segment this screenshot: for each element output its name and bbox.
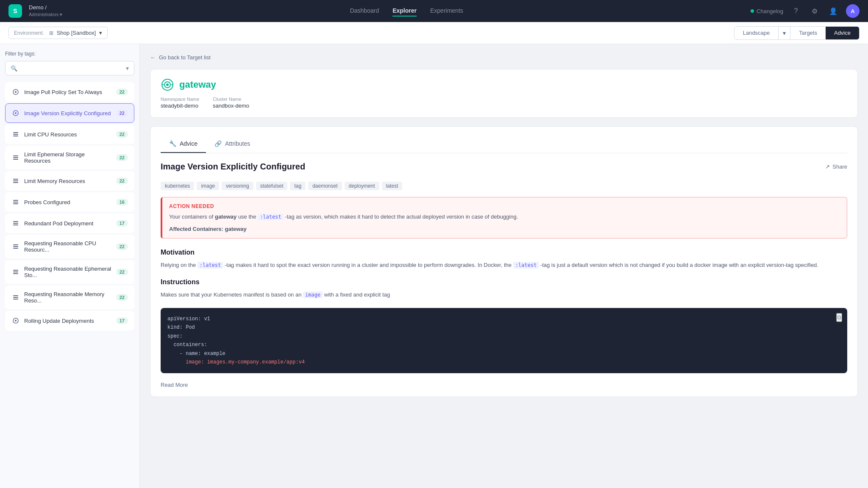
svg-rect-18	[13, 225, 18, 225]
svg-rect-17	[13, 223, 18, 224]
motivation-text: Relying on the :latest -tag makes it har…	[161, 261, 847, 270]
user-icon[interactable]: 👤	[827, 5, 839, 17]
tab-attributes[interactable]: 🔗 Attributes	[206, 135, 259, 153]
svg-rect-11	[13, 180, 18, 181]
tag-daemonset: daemonset	[308, 182, 342, 190]
sidebar-item-req-cpu[interactable]: Requesting Reasonable CPU Resourc... 22	[5, 235, 134, 258]
nav-experiments[interactable]: Experiments	[430, 6, 463, 17]
sidebar-item-limit-memory[interactable]: Limit Memory Resources 22	[5, 171, 134, 191]
help-icon[interactable]: ?	[790, 5, 802, 17]
sidebar-icon-6	[11, 219, 20, 227]
sidebar-item-redundant-pod[interactable]: Redundant Pod Deployment 17	[5, 214, 134, 233]
sidebar-item-req-memory[interactable]: Requesting Reasonable Memory Reso... 22	[5, 286, 134, 309]
svg-rect-14	[13, 202, 18, 202]
sidebar-label-0: Image Pull Policy Set To Always	[24, 89, 112, 95]
sidebar-badge-2: 22	[116, 131, 128, 138]
tab-advice[interactable]: Advice	[826, 27, 859, 39]
svg-rect-4	[13, 132, 18, 133]
sidebar-label-1: Image Version Explicitly Configured	[24, 110, 112, 116]
search-box[interactable]: 🔍 ▾	[5, 61, 134, 75]
sidebar-item-req-ephemeral[interactable]: Requesting Reasonable Ephemeral Sto... 2…	[5, 260, 134, 284]
svg-rect-12	[13, 182, 18, 183]
tab-targets[interactable]: Targets	[790, 27, 826, 39]
sidebar-badge-9: 22	[116, 294, 128, 301]
namespace-value: steadybit-demo	[161, 103, 199, 109]
motivation-code-2: :latest	[513, 262, 539, 269]
main-layout: Filter by tags: 🔍 ▾ Image Pull Policy Se…	[0, 44, 868, 488]
content-tabs: 🔧 Advice 🔗 Attributes	[161, 135, 847, 153]
target-card: gateway Namespace Name steadybit-demo Cl…	[150, 69, 858, 118]
svg-point-29	[15, 320, 17, 322]
action-target: gateway	[215, 214, 236, 220]
changelog-button[interactable]: Changelog	[751, 8, 783, 14]
sidebar-badge-10: 17	[116, 317, 128, 324]
advice-tab-icon: 🔧	[169, 140, 176, 147]
svg-rect-8	[13, 157, 18, 158]
target-icon	[161, 78, 174, 92]
back-to-target-list[interactable]: ← Go back to Target list	[150, 54, 858, 61]
nav-explorer[interactable]: Explorer	[392, 6, 417, 17]
sidebar-icon-10	[11, 316, 20, 325]
sidebar-item-image-pull-policy[interactable]: Image Pull Policy Set To Always 22	[5, 82, 134, 102]
content-panel: 🔧 Advice 🔗 Attributes Image Version Expl…	[150, 126, 858, 397]
nav-dashboard[interactable]: Dashboard	[350, 6, 379, 17]
namespace-meta: Namespace Name steadybit-demo	[161, 97, 199, 109]
target-header: gateway	[161, 78, 847, 92]
demo-label: Demo /	[29, 4, 62, 11]
copy-code-button[interactable]: ⧉	[836, 313, 842, 322]
tab-advice[interactable]: 🔧 Advice	[161, 135, 206, 153]
svg-rect-22	[13, 270, 18, 271]
sidebar-label-2: Limit CPU Resources	[24, 131, 112, 138]
target-name: gateway	[179, 79, 216, 90]
share-button[interactable]: ↗ Share	[825, 164, 847, 170]
sidebar-badge-0: 22	[116, 89, 128, 95]
sidebar-icon-0	[11, 88, 20, 96]
sidebar-item-rolling-update[interactable]: Rolling Update Deployments 17	[5, 311, 134, 330]
svg-rect-10	[13, 179, 18, 180]
sidebar-item-probes[interactable]: Probes Configured 16	[5, 192, 134, 212]
sidebar-icon-4	[11, 177, 20, 185]
tag-versioning: versioning	[222, 182, 253, 190]
sidebar-badge-6: 17	[116, 220, 128, 227]
instructions-code: image	[303, 291, 323, 298]
svg-rect-16	[13, 221, 18, 222]
sidebar-label-9: Requesting Reasonable Memory Reso...	[24, 291, 112, 304]
avatar[interactable]: A	[846, 4, 860, 18]
org-label[interactable]: Administrators ▾	[29, 11, 62, 17]
sidebar-item-limit-cpu[interactable]: Limit CPU Resources 22	[5, 125, 134, 144]
svg-rect-27	[13, 299, 18, 299]
search-icon: 🔍	[11, 65, 17, 72]
svg-rect-9	[13, 159, 18, 160]
motivation-title: Motivation	[161, 249, 847, 256]
app-logo: S	[8, 4, 22, 18]
sidebar-badge-7: 22	[116, 243, 128, 250]
affected-containers: Affected Containers: gateway	[169, 226, 840, 232]
sidebar-badge-1: 22	[116, 110, 128, 116]
namespace-label: Namespace Name	[161, 97, 199, 102]
sidebar-badge-3: 22	[116, 154, 128, 161]
sidebar-label-10: Rolling Update Deployments	[24, 318, 112, 324]
environment-selector[interactable]: Environment: ⊞ Shop [Sandbox] ▾	[8, 27, 108, 39]
main-content: ← Go back to Target list gateway	[140, 44, 868, 488]
back-arrow-icon: ←	[150, 54, 156, 61]
tag-image: image	[197, 182, 219, 190]
chevron-down-icon[interactable]: ▾	[126, 65, 129, 72]
attributes-tab-icon: 🔗	[214, 140, 222, 147]
share-icon: ↗	[825, 164, 830, 170]
sidebar-item-image-version[interactable]: Image Version Explicitly Configured 22	[5, 103, 134, 123]
instructions-title: Instructions	[161, 278, 847, 286]
sub-nav-tabs: Landscape ▾ Targets Advice	[734, 26, 860, 40]
tab-landscape[interactable]: Landscape	[734, 27, 779, 39]
sub-navigation: Environment: ⊞ Shop [Sandbox] ▾ Landscap…	[0, 22, 868, 44]
sidebar-item-limit-ephemeral[interactable]: Limit Ephemeral Storage Resources 22	[5, 146, 134, 169]
nav-right: Changelog ? ⚙ 👤 A	[751, 4, 860, 18]
settings-icon[interactable]: ⚙	[809, 5, 821, 17]
sidebar-icon-8	[11, 268, 20, 276]
landscape-arrow[interactable]: ▾	[778, 27, 790, 39]
nav-center: Dashboard Explorer Experiments	[69, 6, 744, 17]
read-more-link[interactable]: Read More	[161, 382, 847, 388]
sidebar-badge-8: 22	[116, 269, 128, 275]
svg-point-1	[15, 91, 17, 93]
svg-point-3	[15, 112, 17, 114]
svg-rect-26	[13, 297, 18, 298]
